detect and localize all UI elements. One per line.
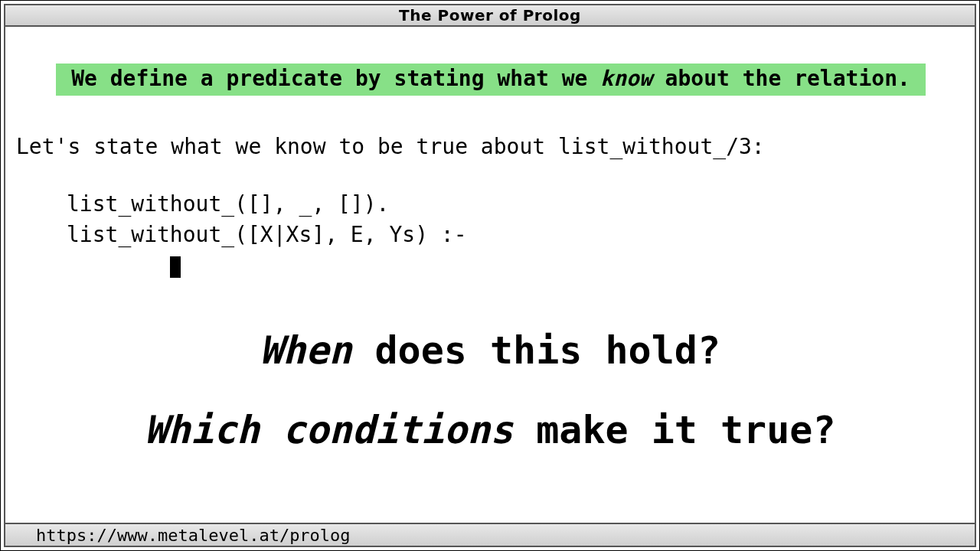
outer-frame: The Power of Prolog We define a predicat… <box>0 0 980 551</box>
window: The Power of Prolog We define a predicat… <box>4 4 976 547</box>
definition-banner: We define a predicate by stating what we… <box>56 64 926 96</box>
code-line-1: list_without_([], _, []). <box>67 191 389 217</box>
titlebar: The Power of Prolog <box>5 5 975 27</box>
intro-text: Let's state what we know to be true abou… <box>16 134 765 159</box>
code-block: list_without_([], _, []). list_without_(… <box>67 189 467 280</box>
question-when-rest: does this hold? <box>351 328 720 373</box>
content-area: We define a predicate by stating what we… <box>5 27 975 523</box>
banner-pre: We define a predicate by stating what we <box>71 66 600 91</box>
statusbar-url: https://www.metalevel.at/prolog <box>36 526 351 545</box>
window-title: The Power of Prolog <box>399 6 581 24</box>
question-when-em: When <box>260 328 351 373</box>
question-which-em: Which conditions <box>144 408 513 452</box>
question-when: When does this hold? <box>5 328 975 373</box>
code-line-2: list_without_([X|Xs], E, Ys) :- <box>67 222 467 247</box>
banner-post: about the relation. <box>652 66 910 91</box>
banner-em: know <box>600 66 652 91</box>
statusbar: https://www.metalevel.at/prolog <box>5 523 975 546</box>
text-cursor <box>170 256 181 278</box>
question-which: Which conditions make it true? <box>5 408 975 452</box>
question-which-rest: make it true? <box>513 408 835 452</box>
cursor-indent <box>67 253 170 278</box>
